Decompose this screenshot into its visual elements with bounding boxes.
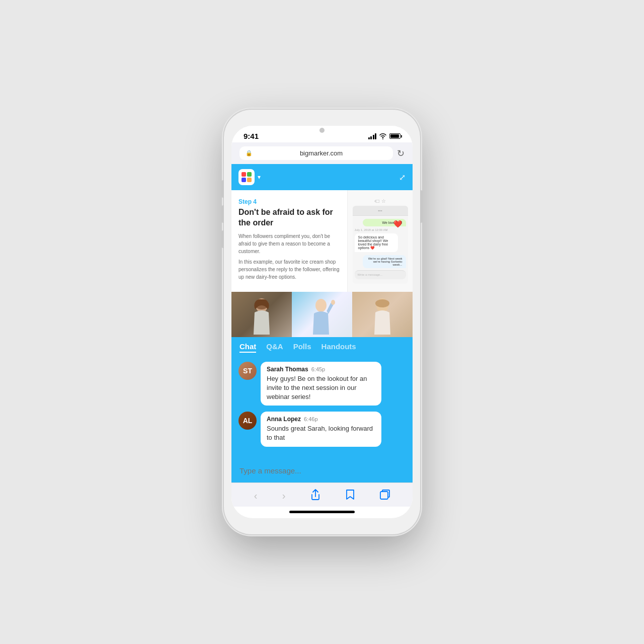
- bookmarks-icon: [345, 489, 355, 500]
- message-name-1: Sarah Thomas: [267, 366, 308, 373]
- participant-3-silhouette: [367, 294, 397, 335]
- battery-icon: [389, 133, 400, 139]
- step-label: Step 4: [238, 198, 340, 205]
- phone-screen: 9:41: [231, 126, 413, 518]
- tabs-button[interactable]: [376, 489, 394, 503]
- chat-mockup: ••• We love this! ❤️ July 1, 2018 at 12:…: [353, 206, 408, 284]
- slide-description-1: When followers compliment you, don't be …: [238, 232, 340, 255]
- message-name-2: Anna Lopez: [267, 416, 301, 423]
- wifi-icon: [379, 133, 387, 139]
- phone-frame: 9:41: [224, 110, 420, 534]
- participant-1-silhouette: [247, 294, 277, 335]
- participant-1-bg: [231, 292, 292, 337]
- participant-2-bg: [292, 292, 352, 337]
- volume-down-button: [222, 230, 224, 248]
- avatar-sarah: ST: [238, 362, 257, 380]
- participant-2-silhouette: [307, 294, 337, 335]
- url-text: bigmarker.com: [256, 149, 387, 157]
- bookmarks-button[interactable]: [341, 488, 359, 504]
- share-button[interactable]: [306, 488, 325, 504]
- tab-chat[interactable]: Chat: [239, 342, 256, 353]
- message-header-1: Sarah Thomas 6:45p: [267, 366, 375, 373]
- chat-date-1: July 1, 2018 at 12:00 AM: [355, 228, 406, 231]
- chat-bubble-sorbetto: We're so glad! Next week we're having So…: [363, 255, 406, 268]
- chat-message-2: AL Anna Lopez 6:46p Sounds great Sarah, …: [238, 412, 406, 446]
- url-bar[interactable]: 🔒 bigmarker.com: [239, 146, 393, 160]
- safari-toolbar: ‹ ›: [231, 482, 413, 507]
- bookmark-icon: □: [376, 198, 379, 204]
- reload-button[interactable]: ↻: [397, 148, 405, 159]
- svg-rect-1: [242, 172, 246, 177]
- slide-description-2: In this example, our favorite ice cream …: [238, 258, 340, 281]
- chat-bubble-delicious: So delicious and beautiful shop!! We lov…: [355, 233, 398, 252]
- bigmarker-logo-icon: [241, 172, 252, 183]
- app-logo-container[interactable]: ▾: [238, 169, 261, 185]
- volume-up-button: [222, 205, 224, 223]
- heart-emoji: ❤️: [393, 220, 402, 228]
- thumb-action-icons: □ ☆: [376, 198, 386, 204]
- svg-rect-2: [247, 172, 252, 177]
- svg-rect-3: [242, 178, 246, 182]
- share-icon: [310, 489, 320, 500]
- participant-1-video: [231, 292, 292, 337]
- svg-rect-4: [247, 178, 252, 182]
- tab-polls[interactable]: Polls: [293, 342, 311, 353]
- chat-input[interactable]: [239, 466, 405, 475]
- slide-area: Step 4 Don't be afraid to ask for the or…: [231, 190, 413, 292]
- chat-tabs: Chat Q&A Polls Handouts: [231, 337, 413, 357]
- app-content: ▾ ⤢ Step 4 Don't be afraid to ask for th…: [231, 164, 413, 482]
- forward-button[interactable]: ›: [278, 489, 290, 503]
- browser-bar: 🔒 bigmarker.com ↻: [231, 142, 413, 164]
- message-time-1: 6:45p: [311, 366, 326, 372]
- svg-point-8: [331, 300, 335, 305]
- message-bubble-1: Sarah Thomas 6:45p Hey guys! Be on the l…: [261, 362, 381, 406]
- status-icons: [368, 133, 401, 139]
- participant-3-bg: [352, 292, 413, 337]
- participant-2-video: [292, 292, 352, 337]
- app-header: ▾ ⤢: [231, 164, 413, 190]
- svg-rect-11: [380, 492, 388, 499]
- message-bubble-2: Anna Lopez 6:46p Sounds great Sarah, loo…: [261, 412, 381, 446]
- signal-icon: [368, 133, 377, 139]
- video-strip: [231, 292, 413, 337]
- chevron-down-icon: ▾: [258, 174, 261, 181]
- back-button[interactable]: ‹: [250, 489, 262, 503]
- chat-input-area: [231, 461, 413, 482]
- message-text-1: Hey guys! Be on the lookout for an invit…: [267, 374, 375, 402]
- chat-input-mock: Write a message...: [355, 270, 406, 279]
- svg-point-10: [375, 299, 389, 307]
- front-camera: [319, 128, 325, 133]
- avatar-anna: AL: [238, 412, 257, 430]
- star-icon: ☆: [381, 198, 386, 204]
- tab-handouts[interactable]: Handouts: [321, 342, 356, 353]
- message-header-2: Anna Lopez 6:46p: [267, 416, 375, 423]
- chat-message-1: ST Sarah Thomas 6:45p Hey guys! Be on th…: [238, 362, 406, 406]
- svg-point-0: [382, 138, 383, 139]
- message-text-2: Sounds great Sarah, looking forward to t…: [267, 424, 375, 442]
- slide-title: Don't be afraid to ask for the order: [238, 207, 340, 228]
- slide-text: Step 4 Don't be afraid to ask for the or…: [231, 190, 347, 292]
- status-time: 9:41: [244, 132, 259, 140]
- tabs-icon: [380, 490, 390, 500]
- participant-3-video: [352, 292, 413, 337]
- expand-icon[interactable]: ⤢: [399, 173, 406, 182]
- lock-icon: 🔒: [246, 150, 253, 156]
- message-time-2: 6:46p: [304, 416, 318, 422]
- svg-point-7: [315, 299, 327, 312]
- app-logo: [238, 169, 255, 185]
- home-indicator: [289, 511, 355, 513]
- slide-thumbnail: ‹ □ ☆ ••• We love this! ❤️ July 1, 2018 …: [347, 190, 413, 292]
- tab-qa[interactable]: Q&A: [266, 342, 283, 353]
- chat-header-bar: •••: [353, 206, 408, 216]
- chat-area: ST Sarah Thomas 6:45p Hey guys! Be on th…: [231, 357, 413, 461]
